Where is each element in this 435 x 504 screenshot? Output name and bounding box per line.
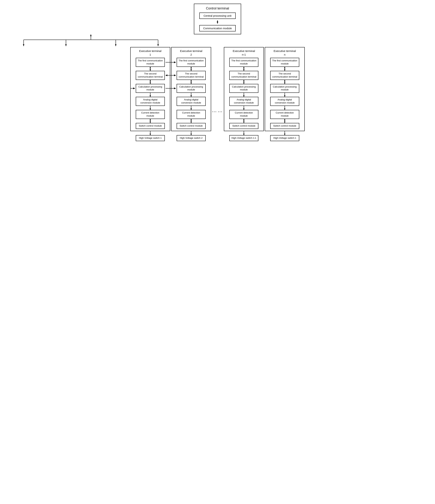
exec1-arrow-4 [148, 106, 152, 110]
svg-marker-19 [150, 80, 151, 81]
execn1-arrow-3 [242, 93, 246, 97]
exec2-arrow-2 [189, 80, 193, 84]
exec-terminal-2: Executive terminal2 The first communicat… [171, 47, 211, 131]
exec-terminal-1: Executive terminal1 The first communicat… [130, 47, 170, 131]
svg-marker-38 [190, 108, 192, 110]
execn-hv-switch: High-Voltage switch n [270, 135, 299, 141]
execn-first-comm: The first communication module [270, 58, 299, 67]
exec-terminal-1-col: Executive terminal1 The first communicat… [130, 47, 170, 141]
exec2-second-comm: The second communication terminal [177, 71, 206, 80]
execn1-first-comm: The first communication module [229, 58, 258, 67]
exec-terminal-n-col: Executive terminaln The first communicat… [265, 47, 305, 141]
exec2-arrow-5 [189, 119, 193, 123]
svg-marker-31 [190, 67, 192, 68]
exec2-first-comm: The first communication module [177, 58, 206, 67]
svg-marker-33 [190, 82, 192, 84]
execn-current: Current detection module [270, 110, 299, 119]
execn1-arrow-1 [242, 67, 246, 71]
control-terminal: Control terminal Central processing unit… [194, 4, 241, 34]
svg-marker-53 [243, 108, 245, 110]
exec2-switch: Switch control module [177, 123, 206, 129]
svg-marker-48 [243, 82, 245, 84]
svg-marker-55 [243, 122, 245, 123]
exec1-adc: Analog-digital conversion module [136, 97, 165, 106]
exec1-hv-arrow [148, 131, 152, 135]
exec-terminal-2-label: Executive terminal2 [180, 49, 202, 56]
svg-marker-73 [284, 134, 285, 135]
svg-marker-41 [190, 119, 192, 120]
svg-marker-15 [150, 69, 151, 71]
svg-marker-34 [190, 80, 192, 81]
execn1-current: Current detection module [229, 110, 258, 119]
svg-marker-58 [243, 134, 245, 135]
control-terminal-label: Control terminal [206, 7, 229, 10]
svg-marker-61 [284, 67, 285, 68]
ellipsis: …… [212, 108, 223, 113]
execn-arrow-4 [283, 106, 287, 110]
exec-terminal-n1-col: Executive terminaln-1 The first communic… [224, 47, 264, 141]
execn1-hv-arrow [242, 131, 246, 135]
svg-marker-30 [190, 69, 192, 71]
exec1-arrow-2 [148, 80, 152, 84]
execn-hv-arrow [283, 131, 287, 135]
exec1-calc: Calculation processing module [136, 84, 165, 93]
execn1-hv-switch: High-Voltage switch n-1 [229, 135, 258, 141]
execn1-second-comm: The second communication terminal [229, 71, 258, 80]
exec2-arrow-1 [189, 67, 193, 71]
svg-marker-23 [150, 108, 151, 110]
execn1-adc: Analog-digital conversion module [229, 97, 258, 106]
svg-marker-49 [243, 80, 245, 81]
svg-marker-60 [284, 69, 285, 71]
svg-marker-51 [243, 95, 245, 97]
svg-marker-10 [115, 44, 117, 46]
execn-calc: Calculation processing module [270, 84, 299, 93]
execn1-arrow-2 [242, 80, 246, 84]
svg-marker-64 [284, 80, 285, 81]
exec-terminal-1-label: Executive terminal1 [139, 49, 162, 56]
svg-marker-66 [284, 95, 285, 97]
exec2-current: Current detection module [177, 110, 206, 119]
svg-marker-1 [217, 20, 218, 22]
svg-marker-25 [150, 122, 151, 123]
exec1-first-comm: The first communication module [136, 58, 165, 67]
svg-marker-43 [190, 134, 192, 135]
exec1-arrow-5 [148, 119, 152, 123]
exec1-hv-switch: High-Voltage switch 1 [136, 135, 165, 141]
svg-marker-45 [243, 69, 245, 71]
cpu-box: Central processing unit [199, 13, 236, 19]
exec2-adc: Analog-digital conversion module [177, 97, 206, 106]
execn-arrow-3 [283, 93, 287, 97]
exec1-arrow-1 [148, 67, 152, 71]
svg-marker-12 [157, 44, 159, 46]
svg-marker-8 [65, 44, 67, 46]
execn-arrow-5 [283, 119, 287, 123]
svg-marker-40 [190, 122, 192, 123]
svg-marker-16 [150, 67, 151, 68]
exec1-arrow-3 [148, 93, 152, 97]
svg-marker-2 [217, 22, 218, 24]
execn-second-comm: The second communication terminal [270, 71, 299, 80]
svg-marker-46 [243, 67, 245, 68]
exec-terminals-row: Executive terminal1 The first communicat… [130, 47, 305, 141]
execn-switch: Switch control module [270, 123, 299, 129]
exec-terminal-n-label: Executive terminaln [274, 49, 296, 56]
execn-arrow-1 [283, 67, 287, 71]
top-connector-svg [4, 34, 431, 47]
diagram: Control terminal Central processing unit… [4, 4, 431, 141]
svg-marker-21 [150, 95, 151, 97]
exec2-calc: Calculation processing module [177, 84, 206, 93]
svg-marker-56 [243, 119, 245, 120]
execn-arrow-2 [283, 80, 287, 84]
execn-adc: Analog-digital conversion module [270, 97, 299, 106]
exec2-arrow-4 [189, 106, 193, 110]
svg-marker-70 [284, 122, 285, 123]
svg-marker-26 [150, 119, 151, 120]
svg-marker-28 [150, 134, 151, 135]
execn1-switch: Switch control module [229, 123, 258, 129]
exec-terminal-n: Executive terminaln The first communicat… [265, 47, 305, 131]
exec2-arrow-3 [189, 93, 193, 97]
execn1-arrow-5 [242, 119, 246, 123]
execn1-calc: Calculation processing module [229, 84, 258, 93]
svg-marker-36 [190, 95, 192, 97]
comm-module-box: Communication module [199, 25, 236, 31]
